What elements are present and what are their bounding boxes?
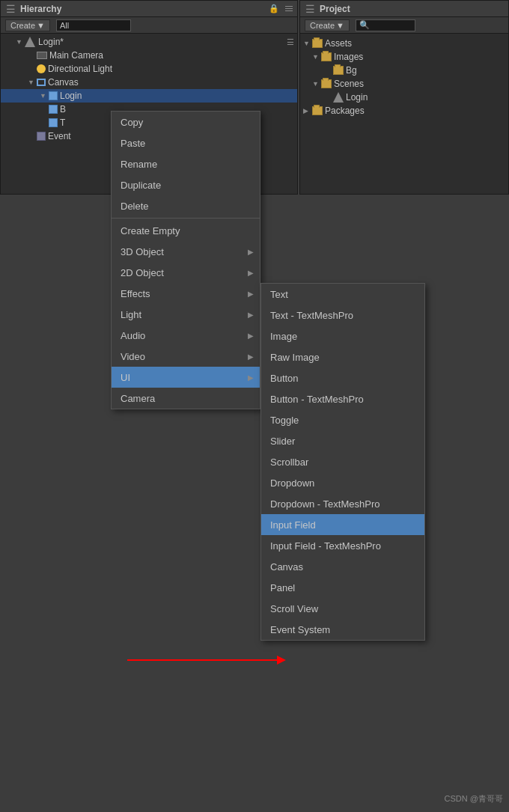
watermark: CSDN @青哥哥: [445, 793, 503, 805]
expand-arrow: ▼: [28, 79, 37, 86]
hierarchy-item-label: T: [60, 117, 65, 128]
context-menu-camera[interactable]: Camera: [112, 388, 260, 409]
context-menu-effects[interactable]: Effects ▶: [112, 283, 260, 304]
project-header: ☰ Project: [300, 1, 508, 17]
folder-icon: [321, 79, 332, 88]
hierarchy-search-input[interactable]: [56, 19, 131, 31]
project-item-bg[interactable]: Bg: [300, 64, 508, 77]
hierarchy-item-label: Canvas: [48, 77, 79, 88]
submenu-arrow: ▶: [248, 269, 254, 277]
project-item-label: Packages: [325, 106, 365, 116]
scene-icon: [25, 37, 35, 47]
submenu-item-canvas[interactable]: Canvas: [261, 556, 424, 577]
project-toolbar: Create ▼ 🔍: [300, 17, 508, 34]
submenu-item-raw-image[interactable]: Raw Image: [261, 347, 424, 367]
context-menu-duplicate[interactable]: Duplicate: [112, 174, 260, 195]
submenu-item-toggle[interactable]: Toggle: [261, 409, 424, 430]
submenu-item-text-meshpro[interactable]: Text - TextMeshPro: [261, 305, 424, 326]
arrow-head: [277, 656, 286, 665]
submenu-item-slider[interactable]: Slider: [261, 430, 424, 451]
submenu-item-button-meshpro[interactable]: Button - TextMeshPro: [261, 388, 424, 409]
hierarchy-item-label: Main Camera: [49, 50, 103, 61]
project-create-button[interactable]: Create ▼: [305, 19, 350, 31]
submenu-item-text[interactable]: Text: [261, 284, 424, 305]
project-item-label: Login: [346, 92, 368, 103]
submenu-item-event-system[interactable]: Event System: [261, 619, 424, 640]
context-menu-rename[interactable]: Rename: [112, 153, 260, 174]
project-title: Project: [320, 4, 350, 14]
submenu-item-dropdown[interactable]: Dropdown: [261, 472, 424, 493]
hierarchy-header: ☰ Hierarchy 🔒: [1, 1, 297, 17]
separator: [112, 218, 260, 219]
hierarchy-menu-icon: ☰: [5, 3, 16, 15]
context-menu-ui[interactable]: UI ▶: [112, 367, 260, 388]
hierarchy-item-directional-light[interactable]: Directional Light: [1, 62, 297, 76]
hierarchy-item-canvas[interactable]: ▼ Canvas: [1, 76, 297, 89]
search-icon: 🔍: [359, 20, 370, 30]
project-search-input[interactable]: [370, 21, 415, 30]
submenu-item-panel[interactable]: Panel: [261, 577, 424, 598]
hierarchy-item-label: Directional Light: [48, 64, 112, 74]
lock-icon: 🔒: [269, 4, 279, 13]
folder-icon: [321, 52, 332, 61]
hierarchy-item-options: ☰: [287, 37, 294, 47]
context-menu-video[interactable]: Video ▶: [112, 346, 260, 367]
hierarchy-item-label: Login: [60, 91, 82, 101]
hierarchy-item-label: Login*: [38, 37, 64, 47]
canvas-icon: [37, 79, 46, 86]
project-item-label: Bg: [346, 65, 357, 76]
arrow-line: [127, 659, 277, 661]
project-menu-icon: ☰: [305, 3, 315, 15]
light-icon: [37, 64, 46, 73]
scene-icon: [333, 92, 344, 103]
context-menu-create-empty[interactable]: Create Empty: [112, 220, 260, 241]
event-icon: [37, 132, 46, 141]
project-item-images[interactable]: ▼ Images: [300, 50, 508, 64]
object-icon: [49, 118, 58, 127]
project-panel: ☰ Project Create ▼ 🔍 ▼ Assets ▼ Images: [299, 0, 509, 195]
context-menu-2d-object[interactable]: 2D Object ▶: [112, 262, 260, 283]
folder-icon: [333, 66, 344, 75]
submenu-arrow: ▶: [248, 332, 254, 340]
submenu-item-input-field-meshpro[interactable]: Input Field - TextMeshPro: [261, 535, 424, 556]
object-icon: [49, 105, 58, 114]
context-menu: Copy Paste Rename Duplicate Delete Creat…: [111, 111, 260, 409]
camera-icon: [37, 52, 47, 59]
project-item-label: Assets: [325, 38, 352, 49]
submenu-item-scroll-view[interactable]: Scroll View: [261, 598, 424, 619]
project-item-login-scene[interactable]: Login: [300, 91, 508, 104]
hierarchy-item-label: Event: [48, 131, 71, 141]
submenu-item-image[interactable]: Image: [261, 326, 424, 347]
hierarchy-create-button[interactable]: Create ▼: [5, 19, 50, 31]
submenu-item-dropdown-meshpro[interactable]: Dropdown - TextMeshPro: [261, 493, 424, 514]
submenu-arrow: ▶: [248, 248, 254, 256]
project-item-packages[interactable]: ▶ Packages: [300, 104, 508, 117]
hierarchy-item-login[interactable]: ▼ Login* ☰: [1, 35, 297, 49]
submenu-item-input-field[interactable]: Input Field: [261, 514, 424, 535]
folder-icon: [312, 39, 323, 48]
context-menu-copy[interactable]: Copy: [112, 112, 260, 132]
submenu-arrow: ▶: [248, 373, 254, 382]
folder-icon: [312, 106, 323, 115]
expand-arrow: ▼: [40, 92, 49, 100]
context-menu-delete[interactable]: Delete: [112, 195, 260, 216]
submenu-arrow: ▶: [248, 311, 254, 319]
project-item-scenes[interactable]: ▼ Scenes: [300, 77, 508, 91]
submenu-item-button[interactable]: Button: [261, 367, 424, 388]
hierarchy-title: Hierarchy: [20, 4, 61, 14]
project-content: ▼ Assets ▼ Images Bg ▼ Scenes Login: [300, 34, 508, 120]
ui-submenu: Text Text - TextMeshPro Image Raw Image …: [260, 283, 425, 641]
context-menu-audio[interactable]: Audio ▶: [112, 325, 260, 346]
project-item-assets[interactable]: ▼ Assets: [300, 37, 508, 50]
context-menu-3d-object[interactable]: 3D Object ▶: [112, 241, 260, 262]
expand-arrow: ▼: [16, 38, 25, 46]
hierarchy-item-login-obj[interactable]: ▼ Login: [1, 89, 297, 103]
object-icon: [49, 91, 58, 100]
hierarchy-item-main-camera[interactable]: Main Camera: [1, 49, 297, 62]
context-menu-light[interactable]: Light ▶: [112, 304, 260, 325]
submenu-item-scrollbar[interactable]: Scrollbar: [261, 451, 424, 472]
submenu-arrow: ▶: [248, 290, 254, 298]
submenu-arrow: ▶: [248, 352, 254, 361]
context-menu-paste[interactable]: Paste: [112, 132, 260, 153]
hierarchy-options-icon[interactable]: [285, 6, 293, 11]
